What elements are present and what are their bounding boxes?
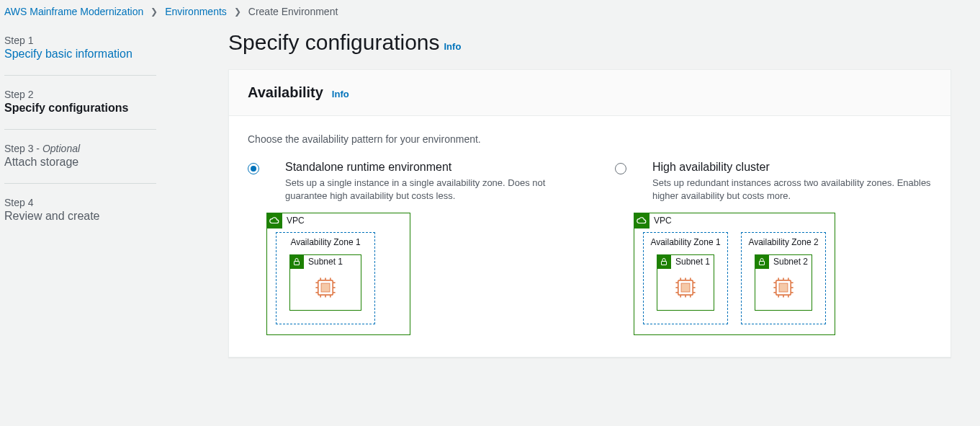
- chevron-right-icon: ❯: [150, 6, 158, 17]
- chip-icon: [771, 275, 796, 300]
- availability-zone-1: Availability Zone 1 Subnet 1: [643, 232, 728, 324]
- subnet-label: Subnet 1: [308, 257, 343, 267]
- lock-icon: [657, 254, 671, 269]
- lock-icon: [289, 254, 304, 269]
- step-number: Step 1: [4, 35, 156, 46]
- step-title: Review and create: [4, 210, 156, 223]
- az-label: Availability Zone 2: [742, 237, 825, 247]
- page-title: Specify configurations: [228, 30, 440, 55]
- subnet-1: Subnet 1: [657, 254, 714, 311]
- chevron-right-icon: ❯: [234, 6, 241, 17]
- breadcrumb-root[interactable]: AWS Mainframe Modernization: [4, 6, 143, 17]
- step-title[interactable]: Specify basic information: [4, 48, 156, 61]
- diagram-high-availability: VPC Availability Zone 1 Subnet 1: [634, 213, 835, 335]
- wizard-step-4: Step 4 Review and create: [4, 184, 156, 237]
- step-optional: Optional: [42, 143, 80, 154]
- step-number: Step 3 - Optional: [4, 143, 156, 154]
- cloud-icon: [634, 213, 649, 228]
- svg-rect-17: [681, 283, 690, 292]
- step-title: Specify configurations: [4, 102, 156, 115]
- page-info-link[interactable]: Info: [444, 41, 462, 52]
- panel-description: Choose the availability pattern for your…: [248, 133, 932, 145]
- option-high-availability: High availability cluster Sets up redund…: [615, 161, 932, 335]
- option-label: High availability cluster: [652, 161, 932, 174]
- wizard-steps: Step 1 Specify basic information Step 2 …: [4, 22, 156, 358]
- lock-icon: [755, 254, 769, 269]
- vpc-badge: VPC: [266, 213, 305, 228]
- step-num-text: Step 3 -: [4, 143, 42, 154]
- radio-high-availability[interactable]: [615, 163, 626, 174]
- vpc-label: VPC: [654, 216, 672, 226]
- panel-info-link[interactable]: Info: [332, 89, 349, 99]
- svg-rect-2: [321, 283, 330, 292]
- subnet-2: Subnet 2: [755, 254, 812, 311]
- vpc-label: VPC: [287, 216, 305, 226]
- breadcrumb-parent[interactable]: Environments: [165, 6, 227, 17]
- main-content: Specify configurations Info Availability…: [163, 22, 980, 358]
- step-number: Step 2: [4, 89, 156, 100]
- option-label: Standalone runtime environment: [285, 161, 565, 174]
- chip-icon: [313, 275, 338, 300]
- cloud-icon: [266, 213, 282, 228]
- radio-standalone[interactable]: [248, 163, 259, 174]
- breadcrumb: AWS Mainframe Modernization ❯ Environmen…: [0, 0, 980, 22]
- option-description: Sets up redundant instances across two a…: [652, 177, 932, 203]
- wizard-step-2: Step 2 Specify configurations: [4, 76, 156, 130]
- az-label: Availability Zone 1: [277, 237, 374, 247]
- availability-zone-1: Availability Zone 1 Subnet 1: [276, 232, 375, 324]
- wizard-step-3: Step 3 - Optional Attach storage: [4, 130, 156, 184]
- subnet-badge: Subnet 1: [657, 254, 710, 269]
- svg-rect-0: [295, 262, 300, 265]
- svg-rect-32: [779, 283, 788, 292]
- subnet-1: Subnet 1: [289, 254, 361, 311]
- subnet-badge: Subnet 1: [289, 254, 343, 269]
- step-number: Step 4: [4, 197, 156, 208]
- availability-panel: Availability Info Choose the availabilit…: [228, 69, 951, 358]
- option-standalone: Standalone runtime environment Sets up a…: [248, 161, 565, 335]
- subnet-label: Subnet 1: [675, 257, 710, 267]
- panel-header: Availability Info: [229, 70, 950, 116]
- option-description: Sets up a single instance in a single av…: [285, 177, 565, 203]
- diagram-standalone: VPC Availability Zone 1 Subnet 1: [266, 213, 410, 335]
- step-title: Attach storage: [4, 156, 156, 169]
- vpc-badge: VPC: [634, 213, 672, 228]
- subnet-badge: Subnet 2: [755, 254, 808, 269]
- svg-rect-30: [760, 262, 765, 265]
- az-label: Availability Zone 1: [644, 237, 727, 247]
- panel-title: Availability: [248, 84, 323, 101]
- chip-icon: [673, 275, 698, 300]
- availability-zone-2: Availability Zone 2 Subnet 2: [741, 232, 826, 324]
- svg-rect-15: [662, 262, 667, 265]
- breadcrumb-current: Create Environment: [248, 6, 338, 17]
- wizard-step-1[interactable]: Step 1 Specify basic information: [4, 35, 156, 76]
- subnet-label: Subnet 2: [773, 257, 808, 267]
